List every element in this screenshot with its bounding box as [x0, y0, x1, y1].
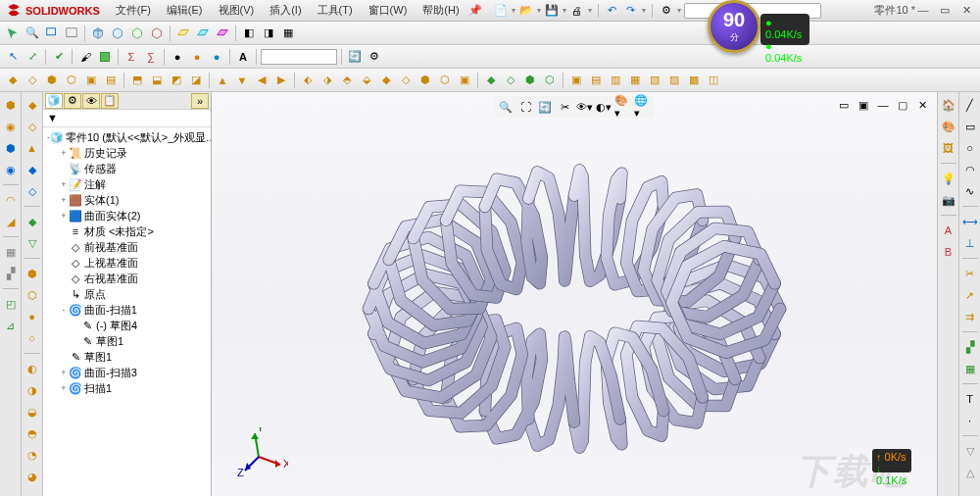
- tb3-23-icon[interactable]: ▣: [456, 72, 473, 89]
- tb3-1-icon[interactable]: ◆: [4, 72, 22, 89]
- lr1-revolve-icon[interactable]: ◉: [2, 118, 20, 135]
- tree-filter-icon[interactable]: ▼: [43, 110, 211, 127]
- menu-file[interactable]: 文件(F): [108, 1, 159, 20]
- tb3-17-icon[interactable]: ⬘: [338, 72, 356, 89]
- tb-zoomwin-icon[interactable]: [43, 25, 61, 42]
- menu-edit[interactable]: 编辑(E): [159, 1, 211, 20]
- tb3-16-icon[interactable]: ⬗: [318, 72, 336, 89]
- lr2-5-icon[interactable]: ◇: [24, 182, 41, 200]
- rr2-off-icon[interactable]: ⇉: [961, 308, 979, 325]
- menu-help[interactable]: 帮助(H): [415, 1, 466, 20]
- rr1-decal-icon[interactable]: 🖼: [940, 139, 957, 157]
- lr1-cut-icon[interactable]: ⬢: [2, 139, 20, 157]
- tb3-13-icon[interactable]: ◀: [253, 72, 270, 89]
- tb3-35-icon[interactable]: ◫: [705, 72, 722, 89]
- tb3-29-icon[interactable]: ▤: [587, 72, 605, 89]
- tb2-config-icon[interactable]: ⚙: [366, 48, 383, 66]
- tb3-21-icon[interactable]: ⬢: [416, 72, 434, 89]
- lr2-10-icon[interactable]: ●: [24, 308, 41, 325]
- qat-print-icon[interactable]: 🖨: [569, 3, 585, 19]
- tb3-7-icon[interactable]: ⬒: [128, 72, 146, 89]
- lr1-rib-icon[interactable]: ⊿: [2, 317, 20, 334]
- rr1-home-icon[interactable]: 🏠: [940, 96, 957, 114]
- lr2-16-icon[interactable]: ◔: [24, 446, 41, 464]
- lr2-7-icon[interactable]: ▽: [24, 234, 41, 252]
- rr1-appear-icon[interactable]: 🎨: [940, 118, 957, 135]
- rr2-trim-icon[interactable]: ✂: [961, 265, 979, 282]
- tb3-14-icon[interactable]: ▶: [272, 72, 290, 89]
- tree-item[interactable]: ✎(-) 草图4: [43, 318, 211, 333]
- tb2-color-icon[interactable]: [96, 48, 114, 66]
- tb3-10-icon[interactable]: ◪: [187, 72, 205, 89]
- lr2-1-icon[interactable]: ◆: [24, 96, 41, 114]
- menu-insert[interactable]: 插入(I): [262, 1, 309, 20]
- tree-item[interactable]: ✎草图1: [43, 333, 211, 349]
- lr2-3-icon[interactable]: ▲: [24, 139, 41, 157]
- tb3-27-icon[interactable]: ⬡: [541, 72, 559, 89]
- qat-undo-icon[interactable]: ↶: [605, 3, 620, 19]
- tb3-33-icon[interactable]: ▨: [665, 72, 683, 89]
- qat-new-icon[interactable]: 📄: [493, 3, 509, 19]
- tb-mode2-icon[interactable]: ◨: [260, 25, 277, 42]
- tb2-eq2-icon[interactable]: ∑: [142, 48, 160, 66]
- tb3-8-icon[interactable]: ⬓: [148, 72, 166, 89]
- lr2-17-icon[interactable]: ◕: [24, 468, 41, 485]
- tb3-19-icon[interactable]: ◆: [377, 72, 395, 89]
- tree-item[interactable]: +🌀曲面-扫描3: [43, 365, 211, 380]
- tb3-6-icon[interactable]: ▤: [102, 72, 120, 89]
- tb3-28-icon[interactable]: ▣: [567, 72, 585, 89]
- tb2-drag-icon[interactable]: ⤢: [24, 48, 41, 66]
- menu-tools[interactable]: 工具(T): [310, 1, 361, 20]
- tree-root[interactable]: -🧊零件10 (默认<<默认>_外观显...: [43, 129, 211, 145]
- tree-tab-config-icon[interactable]: ⚙: [64, 93, 81, 109]
- tb3-24-icon[interactable]: ◆: [482, 72, 500, 89]
- lr2-2-icon[interactable]: ◇: [24, 118, 41, 135]
- lr2-4-icon[interactable]: ◆: [24, 161, 41, 178]
- tb3-12-icon[interactable]: ▼: [233, 72, 251, 89]
- qat-open-icon[interactable]: 📂: [518, 3, 534, 19]
- tb-cube2-icon[interactable]: [109, 25, 126, 42]
- lr1-pattern-icon[interactable]: ▦: [2, 243, 20, 261]
- tree-item[interactable]: ◇上视基准面: [43, 255, 211, 271]
- tree-item[interactable]: +🟦曲面实体(2): [43, 208, 211, 223]
- menu-window[interactable]: 窗口(W): [361, 1, 416, 20]
- orientation-triad[interactable]: X Y Z: [229, 427, 288, 486]
- tree-tab-feature-icon[interactable]: 🧊: [45, 93, 63, 109]
- tree-item[interactable]: +📜历史记录: [43, 145, 211, 161]
- tb3-4-icon[interactable]: ⬡: [63, 72, 80, 89]
- tree-tab-display-icon[interactable]: 👁: [82, 93, 100, 109]
- lr2-6-icon[interactable]: ◆: [24, 213, 41, 230]
- rr2-more1-icon[interactable]: ▽: [961, 442, 979, 460]
- tb3-31-icon[interactable]: ▦: [626, 72, 644, 89]
- menu-pin-icon[interactable]: 📌: [467, 3, 483, 19]
- tb-cube4-icon[interactable]: [148, 25, 166, 42]
- tb3-18-icon[interactable]: ⬙: [358, 72, 375, 89]
- rr2-txt-icon[interactable]: T: [961, 390, 979, 408]
- rr1-a-icon[interactable]: A: [940, 222, 957, 239]
- rr1-cam-icon[interactable]: 📷: [940, 191, 957, 209]
- tb3-34-icon[interactable]: ▩: [685, 72, 703, 89]
- rr2-pat-icon[interactable]: ▦: [961, 360, 979, 377]
- tb-plane3-icon[interactable]: [214, 25, 231, 42]
- tb3-11-icon[interactable]: ▲: [214, 72, 231, 89]
- qat-redo-icon[interactable]: ↷: [623, 3, 639, 19]
- tb-sketch-icon[interactable]: [63, 25, 80, 42]
- tree-item[interactable]: +🌀扫描1: [43, 380, 211, 396]
- tb-select-icon[interactable]: [4, 25, 22, 42]
- tree-item[interactable]: +📝注解: [43, 176, 211, 192]
- rr1-b-icon[interactable]: B: [940, 243, 957, 261]
- rr2-ext-icon[interactable]: ➚: [961, 286, 979, 304]
- rr2-rel-icon[interactable]: ⊥: [961, 234, 979, 252]
- tb3-30-icon[interactable]: ▥: [607, 72, 624, 89]
- rr2-more2-icon[interactable]: △: [961, 464, 979, 481]
- tb2-ball3-icon[interactable]: ●: [208, 48, 225, 66]
- tb3-9-icon[interactable]: ◩: [168, 72, 185, 89]
- tb-plane2-icon[interactable]: [194, 25, 212, 42]
- lr2-15-icon[interactable]: ◓: [24, 424, 41, 442]
- lr2-13-icon[interactable]: ◑: [24, 381, 41, 399]
- tb3-15-icon[interactable]: ⬖: [299, 72, 317, 89]
- rr2-dim-icon[interactable]: ⟷: [961, 213, 979, 230]
- tree-item[interactable]: ↳原点: [43, 286, 211, 302]
- tb3-25-icon[interactable]: ◇: [502, 72, 519, 89]
- tree-item[interactable]: 📡传感器: [43, 161, 211, 176]
